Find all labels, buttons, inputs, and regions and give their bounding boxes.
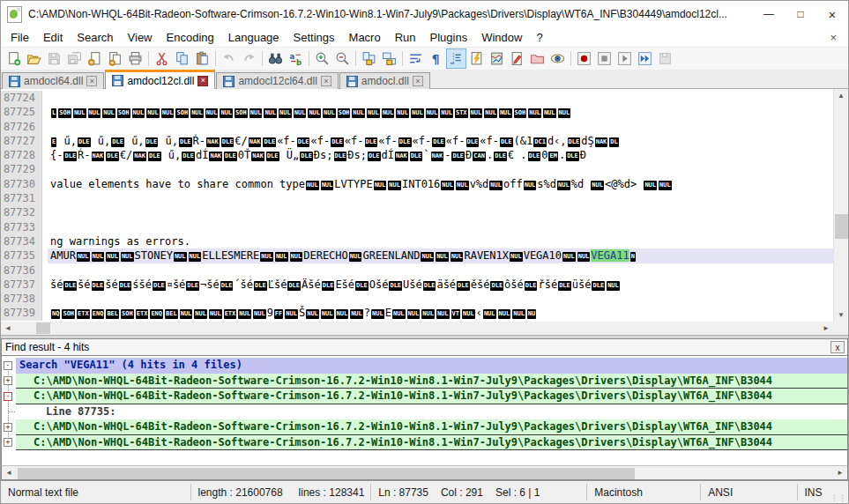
text-run: VEGA10 [524, 249, 562, 262]
scroll-left-icon[interactable]: ◄ [1, 322, 15, 335]
sync-horizontal-icon[interactable] [379, 48, 399, 69]
new-file-icon[interactable] [4, 48, 24, 69]
monitor-icon[interactable] [547, 48, 568, 69]
expand-icon[interactable]: + [4, 376, 12, 385]
cut-icon[interactable] [152, 48, 172, 69]
file-result-row[interactable]: C:\AMD\Non-WHQL-64Bit-Radeon-Software-Cr… [16, 435, 847, 451]
editor-line-content[interactable] [48, 292, 833, 306]
sync-vertical-icon[interactable] [359, 48, 379, 69]
find-result-close-icon[interactable]: x [830, 341, 845, 353]
editor-line-content[interactable]: ng warnings as errors. [48, 234, 833, 248]
open-folder-icon[interactable] [24, 48, 44, 69]
menu-plugins[interactable]: Plugins [423, 29, 475, 46]
expand-icon[interactable]: + [4, 438, 12, 447]
find-result-scroll-thumb[interactable] [18, 468, 635, 479]
collapse-icon[interactable]: - [4, 392, 12, 401]
scroll-right-icon[interactable]: ► [819, 322, 833, 335]
close-file-icon[interactable] [85, 48, 105, 69]
macro-record-icon[interactable] [574, 48, 594, 69]
show-all-chars-icon[interactable]: ¶ [426, 48, 446, 69]
editor-text-area[interactable]: 8772487725LSOHNULNULNULSOHNULNULNULSOHNU… [1, 89, 833, 321]
zoom-out-icon[interactable] [332, 48, 353, 69]
menu-search[interactable]: Search [70, 29, 120, 46]
tab-close-icon[interactable]: × [86, 76, 97, 86]
word-wrap-icon[interactable] [406, 48, 426, 69]
close-button[interactable]: × [816, 1, 848, 27]
tab-close-icon[interactable]: × [321, 76, 331, 86]
editor-line-content[interactable]: value elements have to share common type… [48, 177, 833, 191]
menu-macro[interactable]: Macro [342, 29, 388, 46]
print-icon[interactable] [125, 48, 145, 69]
collapse-icon[interactable]: - [4, 361, 12, 370]
control-char: BEL [106, 309, 119, 319]
horizontal-scroll-thumb[interactable] [36, 322, 50, 334]
control-char: ENQ [150, 309, 163, 319]
file-result-row[interactable]: C:\AMD\Non-WHQL-64Bit-Radeon-Software-Cr… [16, 389, 847, 404]
tab-amdocl12cl.dll[interactable]: amdocl12cl.dll× [105, 70, 215, 89]
editor-line-content[interactable] [48, 205, 833, 219]
tab-amdocl64.dll[interactable]: amdocl64.dll× [2, 72, 104, 89]
scroll-down-icon[interactable]: ▼ [834, 308, 848, 322]
tab-amdocl.dll[interactable]: amdocl.dll× [339, 72, 430, 89]
editor-horizontal-scrollbar[interactable]: ◄ ► [1, 322, 848, 335]
editor-line-content[interactable] [48, 120, 833, 134]
file-result-row[interactable]: C:\AMD\Non-WHQL-64Bit-Radeon-Software-Cr… [16, 374, 847, 389]
close-all-icon[interactable] [105, 48, 125, 69]
status-encoding[interactable]: ANSI [701, 481, 796, 503]
tab-close-icon[interactable]: × [413, 76, 423, 86]
scroll-up-icon[interactable]: ▲ [834, 89, 848, 102]
editor-line-content[interactable]: E ű,DLE ű,DLE ű,DLE ű,DLEŔ-NAKDLE€/NAKDL… [48, 134, 833, 148]
macro-play-icon[interactable] [614, 48, 635, 69]
find-result-horizontal-scrollbar[interactable]: ◄ ► [1, 465, 848, 480]
indent-guides-icon[interactable] [446, 48, 466, 69]
menu-encoding[interactable]: Encoding [160, 29, 221, 46]
menu-[interactable]: ? [529, 29, 549, 46]
macro-multi-run-icon[interactable] [635, 48, 655, 69]
vertical-scroll-thumb[interactable] [835, 214, 848, 239]
scroll-right-icon[interactable]: ► [833, 466, 847, 479]
tab-amdocl12cl64.dll[interactable]: amdocl12cl64.dll× [216, 72, 338, 89]
menu-language[interactable]: Language [221, 29, 287, 46]
editor-line-content[interactable]: NQSOHETXENQBELSOHETXENQBELNULNULNULETXNU… [48, 306, 833, 320]
editor-line-content[interactable]: LSOHNULNULNULSOHNULNULNULSOHNULNULNULSOH… [48, 105, 833, 119]
menu-view[interactable]: View [121, 29, 160, 46]
editor-line-content[interactable] [48, 263, 833, 278]
find-icon[interactable] [265, 48, 286, 69]
status-eol-format[interactable]: Macintosh [587, 481, 700, 503]
control-char: NUL [607, 281, 620, 291]
replace-icon[interactable]: ab [286, 48, 306, 69]
editor-line-content[interactable] [48, 91, 833, 105]
minimize-button[interactable]: — [753, 1, 785, 27]
search-header-row[interactable]: Search "VEGA11" (4 hits in 4 files) [16, 358, 847, 374]
paste-icon[interactable] [192, 48, 212, 69]
menu-edit[interactable]: Edit [36, 29, 70, 46]
menu-file[interactable]: File [4, 29, 36, 46]
maximize-button[interactable]: □ [785, 1, 816, 27]
editor-line-content[interactable]: AMURNULNULNULNULSTONEYNULNULELLESMERENUL… [48, 248, 833, 263]
tab-close-icon[interactable]: × [197, 76, 208, 86]
menu-window[interactable]: Window [474, 29, 529, 46]
editor-line-content[interactable] [48, 162, 833, 176]
user-shortcuts-icon[interactable] [466, 48, 487, 69]
expand-icon[interactable]: + [4, 423, 12, 432]
zoom-in-icon[interactable] [312, 48, 332, 69]
editor-line-content[interactable]: {-DLEŔ-NAKDLE€/NAKDLE ű,DLEdÍNAKDLE0ŤNAK… [48, 148, 833, 162]
menu-run[interactable]: Run [388, 29, 423, 46]
find-result-panel-header[interactable]: Find result - 4 hits x [1, 338, 848, 356]
doc-switcher-icon[interactable] [507, 48, 527, 69]
resize-grip-icon[interactable]: ⋮⋮ [830, 493, 848, 503]
menu-settings[interactable]: Settings [287, 29, 342, 46]
editor-vertical-scrollbar[interactable]: ▲ ▼ [833, 89, 848, 322]
editor-line-content[interactable] [48, 191, 833, 205]
menu-close-icon[interactable]: × [830, 31, 848, 44]
editor-line-content[interactable]: šéDLEšéDLEšéDLEśšéDLE¤šéDLE¬šéDLE´šéDLEĽ… [48, 278, 833, 292]
status-insert-mode[interactable]: INS [798, 481, 831, 503]
scroll-left-icon[interactable]: ◄ [2, 466, 16, 479]
editor-line-content[interactable] [48, 220, 833, 234]
doc-map-icon[interactable] [487, 48, 507, 69]
file-result-row[interactable]: C:\AMD\Non-WHQL-64Bit-Radeon-Software-Cr… [16, 419, 847, 435]
folder-workspace-icon[interactable] [527, 48, 547, 69]
line-hit-row[interactable]: Line 87735: [16, 404, 847, 420]
copy-icon[interactable] [172, 48, 192, 69]
macro-stop-icon[interactable] [594, 48, 614, 69]
